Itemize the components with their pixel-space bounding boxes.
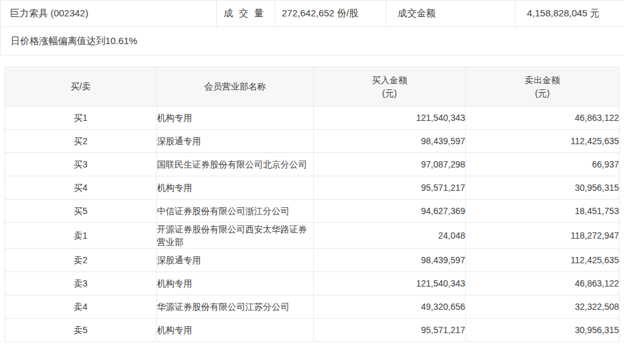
table-row: 卖5 机构专用 95,571,217 30,956,315 [5, 319, 620, 342]
stock-summary-table: 巨力索具 (002342) 成交量 272,642,652 份/股 成交金额 4… [0, 0, 624, 55]
sell-amount-cell: 66,937 [466, 153, 620, 176]
col-header-sell-amount-line1: 卖出金额 [466, 74, 619, 87]
sell-amount-cell: 46,863,122 [466, 106, 620, 130]
col-header-buy-amount: 买入金额 (元) [314, 67, 466, 106]
rank-cell: 卖1 [5, 223, 157, 249]
buy-amount-cell: 95,571,217 [314, 319, 466, 342]
header-row: 买/卖 会员营业部名称 买入金额 (元) 卖出金额 (元) [5, 67, 620, 106]
broker-seats-table-header: 买/卖 会员营业部名称 买入金额 (元) 卖出金额 (元) [5, 67, 620, 106]
stock-name: 巨力索具 (002342) [1, 1, 217, 27]
table-row: 卖4 华源证券股份有限公司江苏分公司 49,320,656 32,322,508 [5, 295, 620, 319]
branch-name-cell: 机构专用 [157, 106, 314, 130]
summary-row: 巨力索具 (002342) 成交量 272,642,652 份/股 成交金额 4… [1, 1, 624, 27]
rank-cell: 卖4 [5, 295, 157, 319]
col-header-side: 买/卖 [5, 67, 157, 106]
table-row: 卖2 深股通专用 98,439,597 112,425,635 [5, 249, 620, 272]
branch-name-cell: 深股通专用 [157, 249, 314, 272]
branch-name-cell: 中信证券股份有限公司浙江分公司 [157, 200, 314, 223]
rank-cell: 卖5 [5, 319, 157, 342]
rank-cell: 卖2 [5, 249, 157, 272]
buy-amount-cell: 121,540,343 [314, 106, 466, 130]
col-header-buy-amount-line2: (元) [314, 87, 465, 100]
table-row: 买1 机构专用 121,540,343 46,863,122 [5, 106, 620, 130]
col-header-sell-amount-line2: (元) [466, 87, 619, 100]
rank-cell: 卖3 [5, 272, 157, 295]
buy-amount-cell: 98,439,597 [314, 130, 466, 153]
table-row: 买4 机构专用 95,571,217 30,956,315 [5, 176, 620, 200]
sell-amount-cell: 30,956,315 [466, 176, 620, 200]
col-header-sell-amount: 卖出金额 (元) [466, 67, 620, 106]
sell-amount-cell: 118,272,947 [466, 223, 620, 249]
sell-amount-cell: 18,451,753 [466, 200, 620, 223]
sell-amount-cell: 112,425,635 [466, 130, 620, 153]
buy-amount-cell: 97,087,298 [314, 153, 466, 176]
rank-cell: 买4 [5, 176, 157, 200]
price-deviation-notice: 日价格涨幅偏离值达到10.61% [1, 27, 624, 55]
buy-amount-cell: 94,627,369 [314, 200, 466, 223]
buy-amount-cell: 121,540,343 [314, 272, 466, 295]
branch-name-cell: 华源证券股份有限公司江苏分公司 [157, 295, 314, 319]
branch-name-cell: 深股通专用 [157, 130, 314, 153]
table-row: 卖1 开源证券股份有限公司西安太华路证券营业部 24,048 118,272,9… [5, 223, 620, 249]
table-row: 卖3 机构专用 121,540,343 46,863,122 [5, 272, 620, 295]
table-row: 买3 国联民生证券股份有限公司北京分公司 97,087,298 66,937 [5, 153, 620, 176]
buy-amount-cell: 49,320,656 [314, 295, 466, 319]
notice-row: 日价格涨幅偏离值达到10.61% [1, 27, 624, 55]
col-header-branch: 会员营业部名称 [157, 67, 314, 106]
branch-name-cell: 机构专用 [157, 176, 314, 200]
turnover-value: 4,158,828,045 元 [516, 1, 624, 27]
broker-seats-table: 买/卖 会员营业部名称 买入金额 (元) 卖出金额 (元) 买1 机构专用 12… [4, 67, 620, 342]
sell-amount-cell: 46,863,122 [466, 272, 620, 295]
rank-cell: 买5 [5, 200, 157, 223]
rank-cell: 买2 [5, 130, 157, 153]
sell-amount-cell: 32,322,508 [466, 295, 620, 319]
rank-cell: 买3 [5, 153, 157, 176]
col-header-buy-amount-line1: 买入金额 [314, 74, 465, 87]
table-row: 买2 深股通专用 98,439,597 112,425,635 [5, 130, 620, 153]
branch-name-cell: 开源证券股份有限公司西安太华路证券营业部 [157, 223, 314, 249]
broker-seats-table-body: 买1 机构专用 121,540,343 46,863,122 买2 深股通专用 … [5, 106, 620, 342]
turnover-label: 成交金额 [386, 1, 516, 27]
branch-name-cell: 机构专用 [157, 272, 314, 295]
sell-amount-cell: 30,956,315 [466, 319, 620, 342]
rank-cell: 买1 [5, 106, 157, 130]
buy-amount-cell: 24,048 [314, 223, 466, 249]
volume-label: 成交量 [217, 1, 275, 27]
branch-name-cell: 机构专用 [157, 319, 314, 342]
branch-name-cell: 国联民生证券股份有限公司北京分公司 [157, 153, 314, 176]
buy-amount-cell: 95,571,217 [314, 176, 466, 200]
table-row: 买5 中信证券股份有限公司浙江分公司 94,627,369 18,451,753 [5, 200, 620, 223]
sell-amount-cell: 112,425,635 [466, 249, 620, 272]
volume-value: 272,642,652 份/股 [275, 1, 386, 27]
buy-amount-cell: 98,439,597 [314, 249, 466, 272]
